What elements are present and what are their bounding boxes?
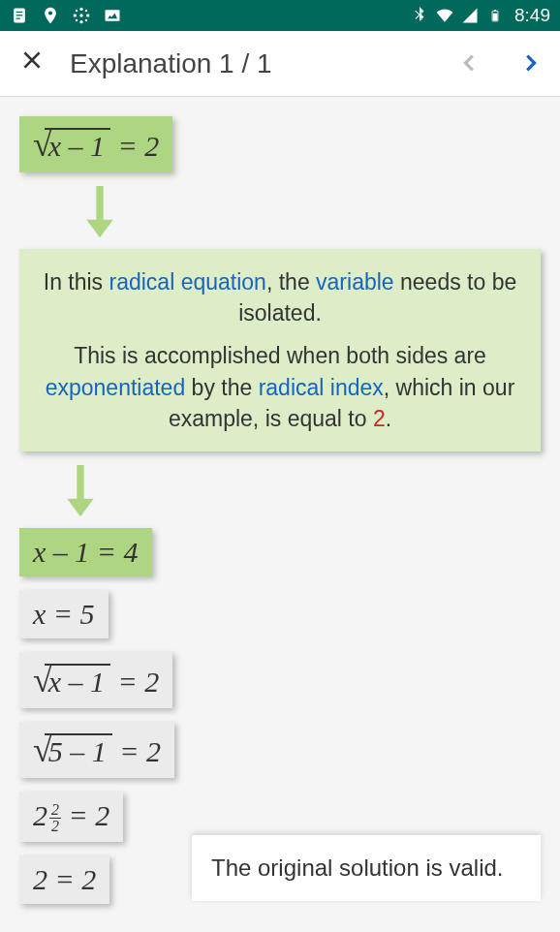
equation-step-2[interactable]: x – 1 = 4 [19, 528, 152, 576]
content-area: √x – 1 = 2 In this radical equation, the… [0, 97, 560, 932]
svg-point-8 [74, 14, 77, 16]
nav-next-button[interactable] [519, 46, 541, 81]
svg-point-5 [79, 8, 82, 11]
app-header: Explanation 1 / 1 [0, 31, 560, 97]
svg-rect-1 [16, 12, 23, 13]
signal-icon [460, 6, 480, 25]
svg-point-6 [79, 14, 82, 16]
solution-note: The original solution is valid. [192, 835, 541, 901]
doc-icon [10, 6, 29, 25]
bluetooth-icon [410, 6, 429, 25]
term-variable[interactable]: variable [316, 269, 394, 295]
equation-step-1[interactable]: √x – 1 = 2 [19, 116, 172, 172]
svg-rect-14 [106, 10, 120, 21]
svg-rect-16 [494, 10, 496, 11]
svg-point-11 [85, 10, 88, 13]
maps-icon [41, 6, 60, 25]
svg-point-12 [76, 19, 78, 22]
explanation-text: In this radical equation, the variable n… [19, 249, 541, 451]
svg-point-9 [86, 14, 89, 16]
highlight-number: 2 [373, 406, 386, 431]
status-right: 8:49 [410, 5, 550, 26]
equation-step-4[interactable]: √x – 1 = 2 [19, 652, 172, 708]
term-radical-index[interactable]: radical index [259, 375, 384, 400]
svg-rect-2 [16, 15, 23, 16]
page-title: Explanation 1 / 1 [70, 48, 459, 79]
status-time: 8:49 [514, 5, 550, 26]
battery-icon [485, 6, 505, 25]
svg-point-10 [76, 10, 78, 13]
equation-step-7[interactable]: 2 = 2 [19, 855, 109, 904]
svg-point-13 [85, 19, 88, 22]
close-button[interactable] [19, 47, 45, 79]
svg-rect-17 [493, 14, 498, 21]
svg-rect-3 [16, 18, 20, 19]
nav-prev-button[interactable] [459, 46, 481, 81]
dots-icon [72, 6, 91, 25]
term-exponentiated[interactable]: exponentiated [46, 375, 186, 400]
svg-rect-18 [96, 186, 103, 222]
status-bar: 8:49 [0, 0, 560, 31]
svg-point-7 [79, 20, 82, 23]
equation-step-6[interactable]: 222 = 2 [19, 792, 123, 842]
equation-step-3[interactable]: x = 5 [19, 590, 109, 638]
svg-point-4 [48, 11, 52, 15]
svg-rect-19 [77, 465, 83, 501]
status-left [10, 6, 122, 25]
equation-step-5[interactable]: √5 – 1 = 2 [19, 722, 174, 778]
term-radical-equation[interactable]: radical equation [109, 269, 266, 295]
wifi-icon [435, 6, 454, 25]
arrow-down-icon [66, 465, 95, 518]
image-icon [103, 6, 122, 25]
arrow-down-icon [85, 186, 114, 239]
